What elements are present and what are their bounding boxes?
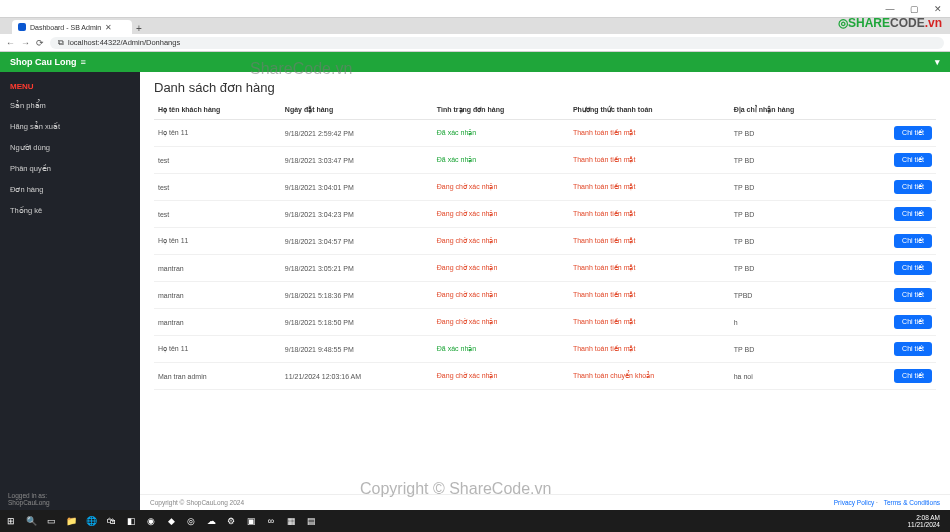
address-bar[interactable]: ⧉ localhost:44322/Admin/Donhangs <box>50 37 944 49</box>
app-icon-8[interactable]: ▤ <box>304 514 318 528</box>
detail-button[interactable]: Chi tiết <box>894 288 932 302</box>
sidebar-item[interactable]: Phân quyền <box>0 158 140 179</box>
sidebar-item[interactable]: Đơn hàng <box>0 179 140 200</box>
cell-name: Họ tên 11 <box>154 336 281 363</box>
detail-button[interactable]: Chi tiết <box>894 126 932 140</box>
copyright-text: Copyright © ShopCauLong 2024 <box>150 499 244 506</box>
window-maximize[interactable]: ▢ <box>902 4 926 14</box>
menu-toggle-icon[interactable]: ≡ <box>81 57 86 67</box>
cell-address: h <box>730 309 854 336</box>
cell-status: Đang chờ xác nhận <box>433 174 569 201</box>
window-minimize[interactable]: — <box>878 4 902 14</box>
window-titlebar: — ▢ ✕ <box>0 0 950 18</box>
sidebar-item[interactable]: Hãng sản xuất <box>0 116 140 137</box>
detail-button[interactable]: Chi tiết <box>894 315 932 329</box>
cell-status: Đã xác nhận <box>433 120 569 147</box>
detail-button[interactable]: Chi tiết <box>894 369 932 383</box>
cell-date: 9/18/2021 5:18:36 PM <box>281 282 433 309</box>
cell-address: TP BD <box>730 120 854 147</box>
browser-tab[interactable]: Dashboard - SB Admin ✕ <box>12 20 132 34</box>
reload-button[interactable]: ⟳ <box>36 38 44 48</box>
cell-status: Đang chờ xác nhận <box>433 228 569 255</box>
app-icon-5[interactable]: ⚙ <box>224 514 238 528</box>
detail-button[interactable]: Chi tiết <box>894 153 932 167</box>
task-view-icon[interactable]: ▭ <box>44 514 58 528</box>
cell-payment: Thanh toán tiền mặt <box>569 228 730 255</box>
explorer-icon[interactable]: 📁 <box>64 514 78 528</box>
app-icon-7[interactable]: ▦ <box>284 514 298 528</box>
cell-payment: Thanh toán chuyển khoản <box>569 363 730 390</box>
table-row: test9/18/2021 3:04:23 PMĐang chờ xác nhậ… <box>154 201 936 228</box>
forward-button[interactable]: → <box>21 38 30 48</box>
cell-status: Đang chờ xác nhận <box>433 201 569 228</box>
table-row: Họ tên 119/18/2021 2:59:42 PMĐã xác nhận… <box>154 120 936 147</box>
back-button[interactable]: ← <box>6 38 15 48</box>
search-icon[interactable]: 🔍 <box>24 514 38 528</box>
app-header: Shop Cau Long ≡ ▾ <box>0 52 950 72</box>
cell-address: ha noi <box>730 363 854 390</box>
cell-name: mantran <box>154 309 281 336</box>
main-content: Danh sách đơn hàng Họ tên khách hàng Ngà… <box>140 72 950 497</box>
detail-button[interactable]: Chi tiết <box>894 261 932 275</box>
cell-address: TPBD <box>730 282 854 309</box>
cell-date: 9/18/2021 3:04:57 PM <box>281 228 433 255</box>
sidebar-item[interactable]: Sản phẩm <box>0 95 140 116</box>
edge-icon[interactable]: 🌐 <box>84 514 98 528</box>
cell-date: 9/18/2021 3:03:47 PM <box>281 147 433 174</box>
cell-date: 9/18/2021 5:18:50 PM <box>281 309 433 336</box>
tab-close-icon[interactable]: ✕ <box>105 23 112 32</box>
app-icon-2[interactable]: ◆ <box>164 514 178 528</box>
cell-address: TP BD <box>730 336 854 363</box>
cell-name: Họ tên 11 <box>154 228 281 255</box>
col-name: Họ tên khách hàng <box>154 101 281 120</box>
detail-button[interactable]: Chi tiết <box>894 234 932 248</box>
app-icon[interactable]: ◧ <box>124 514 138 528</box>
privacy-link[interactable]: Privacy Policy <box>834 499 874 506</box>
cell-address: TP BD <box>730 147 854 174</box>
cell-address: TP BD <box>730 255 854 282</box>
table-row: test9/18/2021 3:04:01 PMĐang chờ xác nhậ… <box>154 174 936 201</box>
app-icon-4[interactable]: ☁ <box>204 514 218 528</box>
cell-name: Man tran admin <box>154 363 281 390</box>
cell-date: 11/21/2024 12:03:16 AM <box>281 363 433 390</box>
cell-name: mantran <box>154 255 281 282</box>
cell-address: TP BD <box>730 201 854 228</box>
start-button[interactable]: ⊞ <box>4 514 18 528</box>
table-row: Họ tên 119/18/2021 3:04:57 PMĐang chờ xá… <box>154 228 936 255</box>
app-icon-6[interactable]: ▣ <box>244 514 258 528</box>
chrome-icon[interactable]: ◉ <box>144 514 158 528</box>
cell-date: 9/18/2021 2:59:42 PM <box>281 120 433 147</box>
store-icon[interactable]: 🛍 <box>104 514 118 528</box>
window-close[interactable]: ✕ <box>926 4 950 14</box>
browser-toolbar: ← → ⟳ ⧉ localhost:44322/Admin/Donhangs <box>0 34 950 52</box>
app-icon-3[interactable]: ◎ <box>184 514 198 528</box>
cell-status: Đang chờ xác nhận <box>433 282 569 309</box>
sidebar-item[interactable]: Người dùng <box>0 137 140 158</box>
brand-title: Shop Cau Long <box>10 57 77 67</box>
sidebar-item[interactable]: Thống kê <box>0 200 140 221</box>
windows-taskbar: ⊞ 🔍 ▭ 📁 🌐 🛍 ◧ ◉ ◆ ◎ ☁ ⚙ ▣ ∞ ▦ ▤ 2:08 AM … <box>0 510 950 532</box>
terms-link[interactable]: Terms & Conditions <box>884 499 940 506</box>
table-row: mantran9/18/2021 5:18:36 PMĐang chờ xác … <box>154 282 936 309</box>
logged-in-label: Logged in as: <box>8 492 132 499</box>
new-tab-button[interactable]: + <box>132 23 146 34</box>
sidebar: MENU Sản phẩmHãng sản xuấtNgười dùngPhân… <box>0 72 140 497</box>
cell-status: Đã xác nhận <box>433 336 569 363</box>
site-info-icon[interactable]: ⧉ <box>58 38 64 48</box>
cell-date: 9/18/2021 9:48:55 PM <box>281 336 433 363</box>
cell-payment: Thanh toán tiền mặt <box>569 174 730 201</box>
detail-button[interactable]: Chi tiết <box>894 207 932 221</box>
clock-time: 2:08 AM <box>907 514 940 521</box>
user-menu[interactable]: ▾ <box>935 57 940 67</box>
table-row: Họ tên 119/18/2021 9:48:55 PMĐã xác nhận… <box>154 336 936 363</box>
detail-button[interactable]: Chi tiết <box>894 180 932 194</box>
system-tray[interactable]: 2:08 AM 11/21/2024 <box>907 514 946 528</box>
detail-button[interactable]: Chi tiết <box>894 342 932 356</box>
cell-name: test <box>154 201 281 228</box>
table-row: mantran9/18/2021 3:05:21 PMĐang chờ xác … <box>154 255 936 282</box>
table-row: test9/18/2021 3:03:47 PMĐã xác nhậnThanh… <box>154 147 936 174</box>
cell-payment: Thanh toán tiền mặt <box>569 282 730 309</box>
col-status: Tình trạng đơn hàng <box>433 101 569 120</box>
vs-icon[interactable]: ∞ <box>264 514 278 528</box>
table-row: Man tran admin11/21/2024 12:03:16 AMĐang… <box>154 363 936 390</box>
